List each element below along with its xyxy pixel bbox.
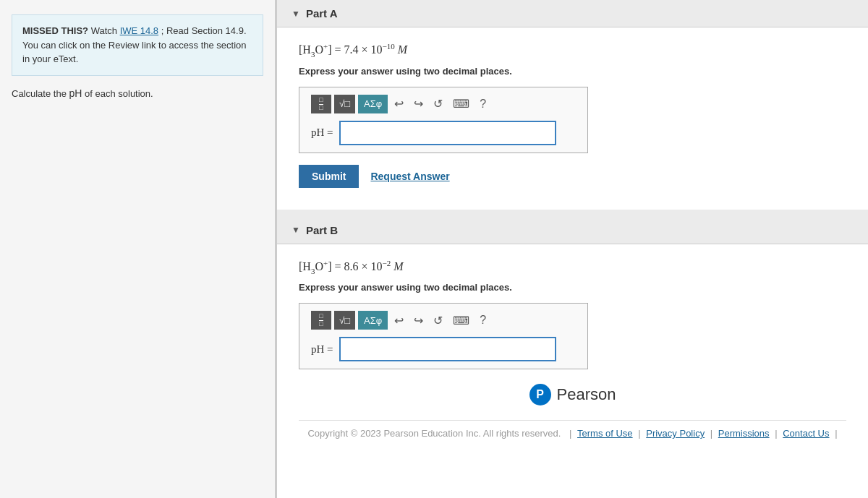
part-a-triangle: ▼ <box>292 9 300 19</box>
part-a-body: [H3O+] = 7.4 × 10−10 M Express your answ… <box>277 27 868 210</box>
part-b-triangle: ▼ <box>292 225 300 235</box>
pearson-circle-icon: P <box>529 384 551 405</box>
contact-link[interactable]: Contact Us <box>783 428 829 439</box>
sqrt-icon-b: √□ <box>339 315 350 326</box>
main-content: ▼ Part A [H3O+] = 7.4 × 10−10 M Express … <box>275 0 868 498</box>
part-b-keyboard-btn[interactable]: ⌨ <box>449 312 473 329</box>
separator-3: | <box>710 428 715 439</box>
part-b-instructions: Express your answer using two decimal pl… <box>299 282 846 293</box>
part-a-fraction-btn[interactable]: □ □ <box>311 95 331 113</box>
part-b-fraction-btn[interactable]: □ □ <box>311 311 331 330</box>
part-b-undo-btn[interactable]: ↩ <box>391 312 407 329</box>
calc-instruction: Calculate the pH of each solution. <box>12 87 263 99</box>
part-a-actions: Submit Request Answer <box>299 165 846 188</box>
greek-icon: ΑΣφ <box>364 98 382 109</box>
part-a-undo-btn[interactable]: ↩ <box>391 95 407 112</box>
part-b-equation: [H3O+] = 8.6 × 10−2 M <box>299 259 846 275</box>
part-b-answer-box: □ □ √□ ΑΣφ ↩ ↪ ↺ ⌨ ? <box>299 303 588 369</box>
part-b-reset-btn[interactable]: ↺ <box>430 312 446 329</box>
part-separator <box>277 210 868 217</box>
copyright-text: Copyright © 2023 Pearson Education Inc. … <box>307 428 561 439</box>
missed-text: Watch <box>91 25 120 36</box>
footer-area: P Pearson Copyright © 2023 Pearson Educa… <box>299 369 846 453</box>
pearson-logo: P Pearson <box>529 384 616 405</box>
part-a-label: Part A <box>306 7 338 20</box>
part-a-greek-btn[interactable]: ΑΣφ <box>358 95 388 113</box>
part-a-header[interactable]: ▼ Part A <box>277 0 868 27</box>
part-a-submit-btn[interactable]: Submit <box>299 165 359 188</box>
part-b-answer-input[interactable] <box>339 337 556 361</box>
part-a-redo-btn[interactable]: ↪ <box>410 95 427 112</box>
part-a-keyboard-btn[interactable]: ⌨ <box>449 95 473 112</box>
pearson-name: Pearson <box>557 385 616 404</box>
part-a-help-btn[interactable]: ? <box>476 96 490 112</box>
separator-4: | <box>775 428 780 439</box>
terms-link[interactable]: Terms of Use <box>577 428 633 439</box>
part-b-header[interactable]: ▼ Part B <box>277 217 868 244</box>
iwe-link[interactable]: IWE 14.8 <box>120 25 158 36</box>
part-a-instructions: Express your answer using two decimal pl… <box>299 66 846 77</box>
part-a-ph-label: pH = <box>311 126 333 139</box>
ph-label-sidebar: pH <box>69 87 82 99</box>
page-wrapper: MISSED THIS? Watch IWE 14.8 ; Read Secti… <box>0 0 868 498</box>
privacy-link[interactable]: Privacy Policy <box>646 428 705 439</box>
missed-label: MISSED THIS? <box>22 25 88 36</box>
part-b-body: [H3O+] = 8.6 × 10−2 M Express your answe… <box>277 244 868 476</box>
part-b-help-btn[interactable]: ? <box>476 312 490 328</box>
part-a-equation: [H3O+] = 7.4 × 10−10 M <box>299 42 846 59</box>
part-b-sqrt-btn[interactable]: √□ <box>334 311 355 330</box>
greek-icon-b: ΑΣφ <box>364 315 382 326</box>
part-a-sqrt-btn[interactable]: √□ <box>334 95 355 113</box>
separator-5: | <box>835 428 837 439</box>
part-a-answer-box: □ □ √□ ΑΣφ ↩ ↪ ↺ ⌨ ? <box>299 87 588 153</box>
sqrt-icon: √□ <box>339 98 350 109</box>
footer-links: Copyright © 2023 Pearson Education Inc. … <box>299 420 846 446</box>
part-b-label: Part B <box>306 224 338 236</box>
fraction-icon: □ □ <box>319 97 323 111</box>
separator-2: | <box>638 428 643 439</box>
separator-1: | <box>569 428 574 439</box>
part-b-input-row: pH = <box>307 337 580 361</box>
part-b-toolbar: □ □ √□ ΑΣφ ↩ ↪ ↺ ⌨ ? <box>307 311 580 330</box>
part-a-request-btn[interactable]: Request Answer <box>370 171 449 182</box>
fraction-icon-b: □ □ <box>319 313 323 327</box>
part-a-answer-input[interactable] <box>339 121 556 145</box>
part-a-input-row: pH = <box>307 121 580 145</box>
part-b-redo-btn[interactable]: ↪ <box>410 312 427 329</box>
missed-box: MISSED THIS? Watch IWE 14.8 ; Read Secti… <box>12 14 263 76</box>
pearson-letter: P <box>536 388 544 401</box>
part-b-greek-btn[interactable]: ΑΣφ <box>358 311 388 330</box>
sidebar: MISSED THIS? Watch IWE 14.8 ; Read Secti… <box>0 0 275 498</box>
permissions-link[interactable]: Permissions <box>718 428 770 439</box>
part-a-reset-btn[interactable]: ↺ <box>430 95 446 112</box>
part-a-toolbar: □ □ √□ ΑΣφ ↩ ↪ ↺ ⌨ ? <box>307 95 580 113</box>
part-b-ph-label: pH = <box>311 343 333 356</box>
